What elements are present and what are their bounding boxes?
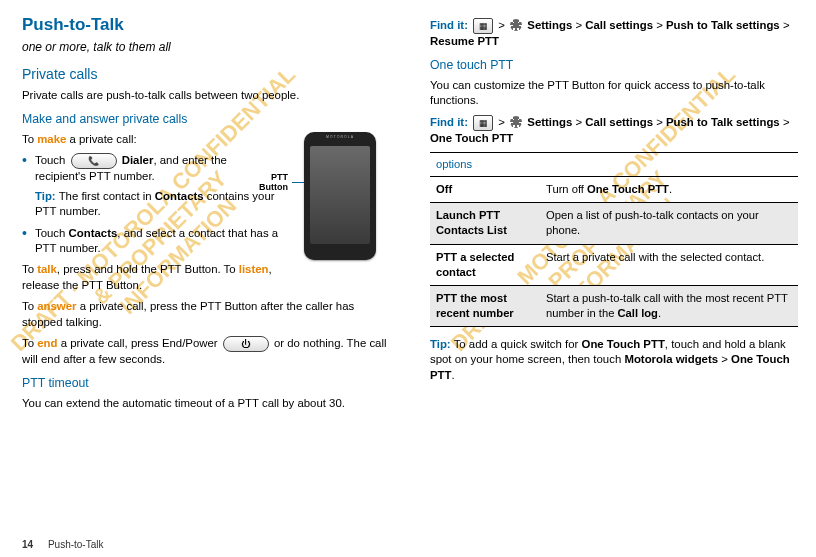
phone-brand-label: MOTOROLA [304,135,376,140]
ptt-timeout-text: You can extend the automatic timeout of … [22,396,390,411]
private-calls-text: Private calls are push-to-talk calls bet… [22,88,390,103]
gear-icon [510,19,522,31]
gear-icon [510,116,522,128]
page-footer: 14 Push-to-Talk [22,538,103,552]
apps-grid-icon: ▦ [473,18,493,34]
apps-grid-icon: ▦ [473,115,493,131]
table-row: Launch PTT Contacts List Open a list of … [430,203,798,244]
options-header: options [430,153,798,177]
page-title: Push-to-Talk [22,14,390,37]
end-power-icon: ⏻ [223,336,269,352]
talk-paragraph: To talk, press and hold the PTT Button. … [22,262,390,293]
private-calls-heading: Private calls [22,65,390,84]
table-row: Off Turn off One Touch PTT. [430,177,798,203]
bullet-dialer: Touch 📞 Dialer, and enter the recipient'… [22,153,390,219]
page-tagline: one or more, talk to them all [22,39,390,55]
options-table: options Off Turn off One Touch PTT. Laun… [430,152,798,327]
findit-onetouch: Find it: ▦ > Settings > Call settings > … [430,115,798,146]
dialer-key-icon: 📞 [71,153,117,169]
tip-onetouch: Tip: To add a quick switch for One Touch… [430,337,798,383]
ptt-timeout-heading: PTT timeout [22,375,390,392]
page-number: 14 [22,539,33,550]
answer-paragraph: To answer a private call, press the PTT … [22,299,390,330]
end-paragraph: To end a private call, press End/Power ⏻… [22,336,390,367]
findit-resume: Find it: ▦ > Settings > Call settings > … [430,18,798,49]
one-touch-text: You can customize the PTT Button for qui… [430,78,798,109]
right-column: Find it: ▦ > Settings > Call settings > … [430,14,798,417]
one-touch-heading: One touch PTT [430,57,798,74]
make-answer-heading: Make and answer private calls [22,111,390,128]
footer-section: Push-to-Talk [48,539,104,550]
left-column: Push-to-Talk one or more, talk to them a… [22,14,390,417]
table-row: PTT the most recent number Start a push-… [430,285,798,326]
tip-label: Tip: [35,190,56,202]
table-row: PTT a selected contact Start a private c… [430,244,798,285]
bullet-contacts: Touch Contacts, and select a contact tha… [22,226,390,257]
